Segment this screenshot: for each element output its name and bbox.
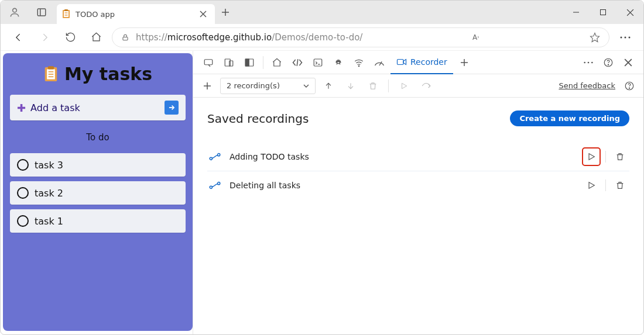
more-tabs-button[interactable] xyxy=(455,53,474,72)
profile-icon[interactable] xyxy=(3,1,26,24)
svg-point-58 xyxy=(218,182,220,185)
task-label: task 2 xyxy=(35,188,63,199)
recorder-toolbar: 2 recording(s) Send feedback xyxy=(193,74,643,98)
recorder-body: Saved recordings Create a new recording … xyxy=(193,98,643,334)
svg-point-57 xyxy=(210,186,212,188)
export-icon[interactable] xyxy=(319,77,338,95)
close-window-button[interactable] xyxy=(616,1,643,24)
svg-point-0 xyxy=(13,8,17,12)
new-recording-icon[interactable] xyxy=(198,77,217,95)
devtools-tabstrip: Recorder xyxy=(193,51,643,74)
svg-marker-51 xyxy=(402,83,406,88)
content-area: My tasks ✚ Add a task To do task 3 task … xyxy=(1,51,643,334)
import-icon[interactable] xyxy=(341,77,360,95)
svg-marker-59 xyxy=(589,182,594,189)
network-tab-icon[interactable] xyxy=(350,53,368,72)
elements-tab-icon[interactable] xyxy=(288,53,307,72)
browser-tab[interactable]: TODO app xyxy=(57,4,215,24)
svg-rect-34 xyxy=(314,59,322,66)
url-path: /Demos/demo-to-do/ xyxy=(272,32,362,43)
task-row[interactable]: task 1 xyxy=(10,209,186,233)
svg-point-44 xyxy=(591,61,593,63)
recorder-help-icon[interactable] xyxy=(620,77,639,95)
add-task-submit-button[interactable] xyxy=(165,101,179,115)
device-toggle-icon[interactable] xyxy=(220,53,238,72)
recording-name: Adding TODO tasks xyxy=(229,152,309,161)
svg-point-43 xyxy=(588,61,590,63)
svg-rect-32 xyxy=(245,59,249,66)
task-row[interactable]: task 3 xyxy=(10,153,186,177)
recording-select[interactable]: 2 recording(s) xyxy=(220,78,316,94)
browser-menu-button[interactable] xyxy=(615,27,635,47)
svg-line-33 xyxy=(297,59,298,66)
send-feedback-link[interactable]: Send feedback xyxy=(559,81,615,90)
address-bar[interactable]: https://microsoftedge.github.io/Demos/de… xyxy=(112,27,609,47)
tab-title: TODO app xyxy=(76,10,191,19)
recording-select-label: 2 recording(s) xyxy=(227,81,280,90)
tab-recorder-label: Recorder xyxy=(410,57,447,67)
plus-icon: ✚ xyxy=(17,102,26,114)
task-label: task 1 xyxy=(35,216,63,227)
workspaces-icon[interactable] xyxy=(30,1,53,24)
sources-tab-icon[interactable] xyxy=(329,53,348,72)
svg-rect-14 xyxy=(601,10,606,15)
svg-rect-5 xyxy=(64,9,68,11)
devtools-settings-icon[interactable] xyxy=(579,53,598,72)
performance-tab-icon[interactable] xyxy=(370,53,389,72)
devtools-right-controls xyxy=(579,53,638,72)
svg-rect-30 xyxy=(229,61,233,66)
recorder-toolbar-right: Send feedback xyxy=(559,77,639,95)
recorder-icon xyxy=(396,58,407,66)
flow-icon xyxy=(208,181,221,189)
welcome-tab-icon[interactable] xyxy=(268,53,286,72)
play-recording-button[interactable] xyxy=(583,148,600,165)
recording-actions xyxy=(583,177,628,194)
recording-row[interactable]: Adding TODO tasks xyxy=(207,143,629,171)
recording-row[interactable]: Deleting all tasks xyxy=(207,171,629,199)
inspect-icon[interactable] xyxy=(199,53,218,72)
page-title-text: My tasks xyxy=(64,64,152,84)
devtools-help-icon[interactable] xyxy=(599,53,618,72)
svg-rect-24 xyxy=(48,66,54,69)
delete-recording-button[interactable] xyxy=(612,177,628,194)
console-tab-icon[interactable] xyxy=(309,53,327,72)
divider xyxy=(605,151,606,163)
dock-icon[interactable] xyxy=(240,53,259,72)
read-aloud-icon[interactable]: A› xyxy=(470,33,482,42)
browser-window: TODO app https://microsoftedge.github.io… xyxy=(0,0,644,335)
refresh-button[interactable] xyxy=(60,27,80,47)
devtools-close-icon[interactable] xyxy=(619,53,638,72)
svg-point-53 xyxy=(629,88,629,88)
create-recording-button[interactable]: Create a new recording xyxy=(510,110,629,126)
delete-recording-button[interactable] xyxy=(612,148,628,165)
tab-recorder[interactable]: Recorder xyxy=(390,51,453,74)
add-task-placeholder: Add a task xyxy=(30,102,80,113)
titlebar: TODO app xyxy=(1,1,643,24)
recorder-header: Saved recordings Create a new recording xyxy=(207,110,629,126)
divider xyxy=(605,179,606,191)
play-recording-button[interactable] xyxy=(583,177,600,194)
minimize-button[interactable] xyxy=(563,1,590,24)
svg-point-54 xyxy=(210,157,212,160)
home-button[interactable] xyxy=(86,27,106,47)
back-button[interactable] xyxy=(9,27,29,47)
add-task-input[interactable]: ✚ Add a task xyxy=(10,95,186,120)
task-row[interactable]: task 2 xyxy=(10,181,186,205)
task-checkbox[interactable] xyxy=(17,159,29,171)
svg-point-55 xyxy=(218,154,220,156)
maximize-button[interactable] xyxy=(590,1,616,24)
new-tab-button[interactable] xyxy=(215,1,236,24)
replay-icon[interactable] xyxy=(395,77,413,95)
task-checkbox[interactable] xyxy=(17,187,29,199)
forward-button[interactable] xyxy=(35,27,54,47)
delete-icon[interactable] xyxy=(364,77,382,95)
task-checkbox[interactable] xyxy=(17,215,29,227)
favorite-icon[interactable] xyxy=(589,32,601,43)
divider xyxy=(388,80,389,92)
todo-app: My tasks ✚ Add a task To do task 3 task … xyxy=(3,53,193,331)
tab-close-button[interactable] xyxy=(196,7,210,21)
svg-rect-39 xyxy=(398,59,404,64)
step-icon[interactable] xyxy=(417,77,436,95)
svg-point-46 xyxy=(608,64,608,65)
svg-marker-18 xyxy=(591,33,600,42)
